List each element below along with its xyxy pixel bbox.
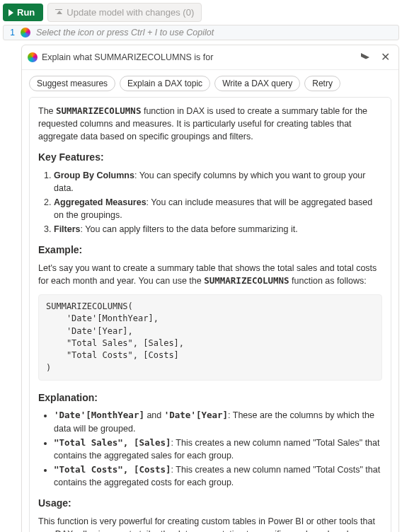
usage-paragraph: This function is very powerful for creat… [38, 515, 382, 532]
send-button[interactable] [357, 50, 373, 65]
chip-suggest-measures[interactable]: Suggest measures [29, 76, 115, 91]
update-model-button: Update model with changes (0) [47, 3, 202, 22]
copilot-icon [28, 52, 38, 62]
list-item: Aggregated Measures: You can include mea… [54, 196, 382, 221]
editor-placeholder: Select the icon or press Ctrl + I to use… [36, 28, 214, 37]
upload-icon [55, 9, 62, 16]
example-paragraph: Let's say you want to create a summary t… [38, 262, 382, 287]
intro-paragraph: The SUMMARIZECOLUMNS function in DAX is … [38, 105, 382, 143]
close-button[interactable]: ✕ [377, 50, 393, 65]
chip-retry[interactable]: Retry [304, 76, 340, 91]
toolbar: Run Update model with changes (0) [3, 3, 399, 22]
send-icon [361, 53, 369, 62]
list-item: "Total Costs", [Costs]: This creates a n… [54, 463, 382, 489]
update-label: Update model with changes (0) [67, 7, 194, 18]
list-item: 'Date'[MonthYear] and 'Date'[Year]: Thes… [54, 409, 382, 434]
editor-line[interactable]: 1 Select the icon or press Ctrl + I to u… [3, 25, 399, 40]
chip-explain-dax-topic[interactable]: Explain a DAX topic [120, 76, 210, 91]
heading-explanation: Explanation: [38, 391, 382, 405]
list-item: Filters: You can apply filters to the da… [54, 223, 382, 236]
play-icon [8, 9, 13, 16]
close-icon: ✕ [381, 52, 390, 63]
heading-example: Example: [38, 243, 382, 257]
code-block: SUMMARIZECOLUMNS( 'Date'[MonthYear], 'Da… [38, 294, 382, 381]
copilot-header: Explain what SUMMARIZECOLUMNS is for ✕ [22, 45, 398, 70]
run-label: Run [17, 7, 35, 18]
features-list: Group By Columns: You can specify column… [38, 169, 382, 236]
list-item: Group By Columns: You can specify column… [54, 169, 382, 195]
chip-write-dax-query[interactable]: Write a DAX query [214, 76, 300, 91]
copilot-response: The SUMMARIZECOLUMNS function in DAX is … [29, 97, 391, 532]
line-number: 1 [8, 28, 15, 37]
suggestion-chips: Suggest measures Explain a DAX topic Wri… [22, 70, 398, 97]
explanation-list: 'Date'[MonthYear] and 'Date'[Year]: Thes… [38, 409, 382, 489]
copilot-panel: Explain what SUMMARIZECOLUMNS is for ✕ S… [21, 45, 399, 532]
heading-usage: Usage: [38, 496, 382, 510]
copilot-icon[interactable] [21, 28, 30, 37]
run-button[interactable]: Run [3, 4, 43, 21]
copilot-prompt-title: Explain what SUMMARIZECOLUMNS is for [42, 52, 353, 62]
list-item: "Total Sales", [Sales]: This creates a n… [54, 436, 382, 462]
heading-key-features: Key Features: [38, 150, 382, 164]
